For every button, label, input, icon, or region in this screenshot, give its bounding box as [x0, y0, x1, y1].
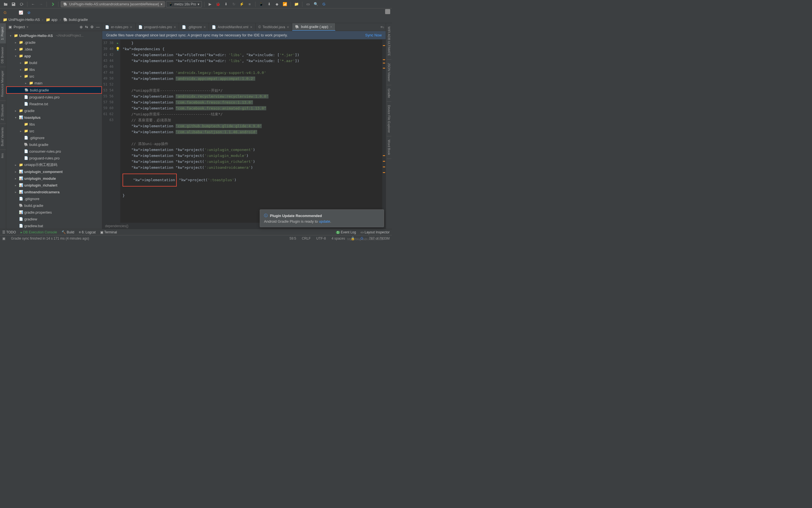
stop-icon[interactable]: ■: [246, 1, 253, 8]
run-config-dropdown[interactable]: 🐘 UniPlugin-Hello-AS:unitoandroidcamera …: [61, 1, 165, 7]
scrollbar-strip[interactable]: [382, 40, 386, 223]
tab-layout-inspector[interactable]: ▭ Layout Inspector: [361, 230, 390, 234]
editor-tab-proguard-rules.pro[interactable]: 📄proguard-rules.pro×: [135, 23, 179, 31]
avd-icon[interactable]: 📱: [258, 1, 265, 8]
layout-icon[interactable]: ▭: [304, 1, 312, 8]
hide-icon[interactable]: —: [96, 25, 100, 29]
close-icon[interactable]: ×: [330, 25, 332, 29]
cursor-position[interactable]: 59:5: [290, 237, 296, 241]
update-link[interactable]: update: [319, 219, 330, 223]
tree-node-.gradle[interactable]: 📁.gradle: [6, 39, 102, 46]
chart-icon[interactable]: 📈: [18, 10, 24, 15]
code-area[interactable]: 37 38 39 40 41 42 43 44 45 46 47 48 49 5…: [102, 40, 386, 223]
run-icon[interactable]: ▶: [207, 1, 213, 8]
tree-node-gradlew[interactable]: 📄gradlew: [6, 216, 102, 222]
tree-node-app[interactable]: 📁app: [6, 52, 102, 59]
gear-icon[interactable]: ⚙: [90, 25, 94, 29]
editor-tab-TestModel.java[interactable]: ©TestModel.java×: [255, 23, 292, 31]
tab-json-viewer[interactable]: JSON Viewer: [387, 59, 391, 85]
coverage-icon[interactable]: ⬇: [222, 1, 229, 8]
wifi-icon[interactable]: 📶: [282, 1, 288, 8]
tree-node-build[interactable]: 📁build: [6, 59, 102, 66]
tree-node-src[interactable]: 📁src: [6, 73, 102, 80]
tree-node-libs[interactable]: 📁libs: [6, 121, 102, 128]
tree-node-.gitignore[interactable]: 📄.gitignore: [6, 195, 102, 202]
breadcrumb-root[interactable]: 📁 UniPlugin-Hello-AS: [3, 17, 40, 22]
tab-word-book[interactable]: Word Book: [387, 136, 391, 159]
close-icon[interactable]: ×: [250, 25, 252, 29]
translate-icon[interactable]: G: [320, 1, 327, 8]
tree-node-unitoandroidcamera[interactable]: 📊unitoandroidcamera: [6, 188, 102, 195]
sdk-icon[interactable]: ⬇: [266, 1, 273, 8]
tree-node-main[interactable]: 📁main: [6, 80, 102, 86]
tree-node-toastplus[interactable]: 📊toastplus: [6, 114, 102, 121]
save-icon[interactable]: [10, 1, 17, 8]
tree-node-build.gradle[interactable]: 🐘build.gradle: [6, 141, 102, 148]
open-icon[interactable]: [2, 1, 9, 8]
tree-node-uniplugin_component[interactable]: 📊uniplugin_component: [6, 168, 102, 175]
breadcrumb-app[interactable]: 📁 app: [46, 17, 57, 22]
tree-node-src[interactable]: 📁src: [6, 128, 102, 134]
tree-node-libs[interactable]: 📁libs: [6, 66, 102, 73]
collapse-icon[interactable]: ⇆: [85, 25, 88, 29]
tab-project[interactable]: 1: Project: [0, 23, 6, 43]
tree-node-build.gradle[interactable]: 🐘build.gradle: [6, 202, 102, 209]
tab-event-log[interactable]: 1 Event Log: [336, 230, 356, 234]
tree-node-uniapp示例工程源码[interactable]: 📁uniapp示例工程源码: [6, 161, 102, 168]
tree-node-uniplugin_module[interactable]: 📊uniplugin_module: [6, 175, 102, 182]
block-icon[interactable]: ⊘: [26, 10, 32, 15]
tab-gradle[interactable]: Gradle: [387, 85, 391, 101]
tab-structure[interactable]: Z: Structure: [0, 100, 6, 124]
app-icon[interactable]: G: [2, 10, 8, 15]
close-icon[interactable]: ×: [204, 25, 206, 29]
tab-build-variants[interactable]: Build Variants: [0, 124, 6, 150]
tab-resource-manager[interactable]: Resource Manager: [0, 67, 6, 100]
tab-db-console[interactable]: ▸ DB Execution Console: [21, 230, 57, 234]
tree-node-uniplugin_richalert[interactable]: 📊uniplugin_richalert: [6, 182, 102, 188]
make-icon[interactable]: [49, 1, 56, 8]
tree-node-gradle.properties[interactable]: 📊gradle.properties: [6, 209, 102, 216]
tree-node-build.gradle[interactable]: 🐘build.gradle: [6, 86, 102, 94]
tree-node-gradle[interactable]: 📁gradle: [6, 107, 102, 114]
status-icon[interactable]: ▣: [2, 237, 5, 241]
close-icon[interactable]: ×: [287, 25, 289, 29]
tab-favorites[interactable]: ites: [0, 150, 6, 161]
editor-tab-er-rules.pro[interactable]: 📄er-rules.pro×: [102, 23, 135, 31]
editor-tab-.gitignore[interactable]: 📄.gitignore×: [179, 23, 209, 31]
tree-node-proguard-rules.pro[interactable]: 📄proguard-rules.pro: [6, 155, 102, 161]
target-icon[interactable]: ⊕: [80, 25, 83, 29]
attach-icon[interactable]: ⚡: [238, 1, 245, 8]
profile-icon[interactable]: ↻: [230, 1, 237, 8]
tab-db-browser[interactable]: DB Browser: [0, 43, 6, 67]
editor-tab-build.gradle (:app)[interactable]: 🐘build.gradle (:app)×: [292, 23, 335, 31]
project-tree[interactable]: 📁 UniPlugin-Hello-AS ~/AndroidProject...…: [6, 31, 102, 229]
forward-icon[interactable]: →: [38, 1, 44, 8]
tree-node-gradlew.bat[interactable]: 📄gradlew.bat: [6, 222, 102, 229]
tree-node-proguard-rules.pro[interactable]: 📄proguard-rules.pro: [6, 94, 102, 100]
device-dropdown[interactable]: 📱 meizu 16s Pro ▾: [166, 1, 202, 7]
tab-device-explorer[interactable]: Device File Explorer: [387, 101, 391, 136]
tree-node-.gitignore[interactable]: 📄.gitignore: [6, 134, 102, 141]
tab-wifi-adb[interactable]: WIFI ADB ULTIMATE: [387, 23, 391, 59]
tab-build[interactable]: 🔨 Build: [62, 230, 74, 234]
sync-now-link[interactable]: Sync Now: [365, 33, 382, 37]
indent[interactable]: 4 spaces: [331, 237, 345, 241]
close-icon[interactable]: ×: [174, 25, 176, 29]
tab-terminal[interactable]: ▣ Terminal: [100, 230, 117, 234]
encoding[interactable]: UTF-8: [316, 237, 326, 241]
back-icon[interactable]: ←: [30, 1, 36, 8]
project-structure-icon[interactable]: 📁: [293, 1, 300, 8]
tree-node-Readme.txt[interactable]: 📄Readme.txt: [6, 100, 102, 107]
line-separator[interactable]: CRLF: [302, 237, 311, 241]
tab-logcat[interactable]: ≡ 6: Logcat: [79, 230, 96, 234]
tree-root[interactable]: 📁 UniPlugin-Hello-AS ~/AndroidProject...: [6, 32, 102, 39]
close-icon[interactable]: ×: [130, 25, 132, 29]
tree-node-consumer-rules.pro[interactable]: 📄consumer-rules.pro: [6, 148, 102, 155]
search-icon[interactable]: 🔍: [313, 1, 319, 8]
code-body[interactable]: } "kw">dependencies { "kw">implementatio…: [120, 40, 386, 223]
breadcrumb-leaf[interactable]: 🐘 build.gradle: [63, 17, 88, 22]
sync-icon[interactable]: [18, 1, 25, 8]
editor-tab-AndroidManifest.xml[interactable]: 📄AndroidManifest.xml×: [209, 23, 255, 31]
resource-icon[interactable]: ◆: [274, 1, 280, 8]
debug-icon[interactable]: 🐞: [214, 1, 221, 8]
